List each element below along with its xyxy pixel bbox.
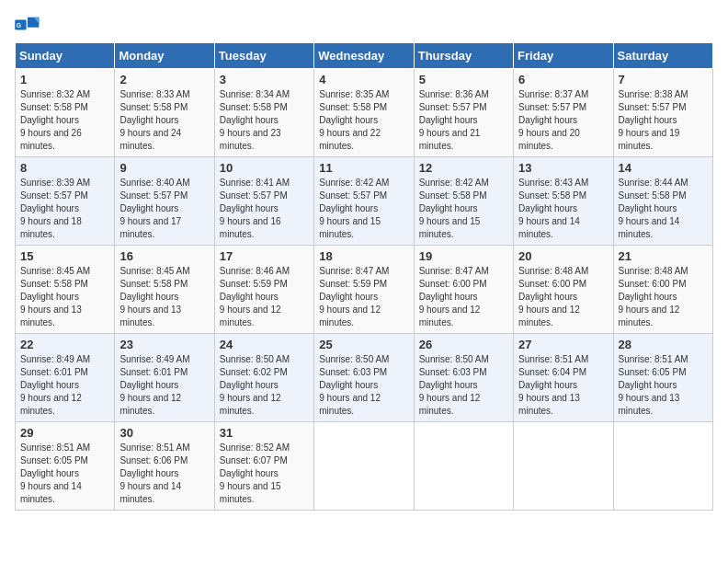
day-number: 10 (220, 161, 309, 175)
day-number: 6 (518, 73, 608, 86)
day-number: 8 (20, 161, 109, 175)
day-number: 31 (220, 426, 309, 440)
calendar-cell: 28 Sunrise: 8:51 AM Sunset: 6:05 PM Dayl… (613, 334, 712, 422)
calendar-cell: 16 Sunrise: 8:45 AM Sunset: 5:58 PM Dayl… (115, 246, 214, 334)
cell-content: Sunrise: 8:45 AM Sunset: 5:58 PM Dayligh… (119, 265, 209, 329)
cell-content: Sunrise: 8:50 AM Sunset: 6:02 PM Dayligh… (220, 353, 309, 418)
day-number: 24 (220, 338, 309, 351)
calendar-cell: 17 Sunrise: 8:46 AM Sunset: 5:59 PM Dayl… (214, 246, 313, 334)
calendar-cell: 20 Sunrise: 8:48 AM Sunset: 6:00 PM Dayl… (514, 246, 613, 334)
cell-content: Sunrise: 8:48 AM Sunset: 6:00 PM Dayligh… (619, 265, 708, 329)
cell-content: Sunrise: 8:35 AM Sunset: 5:58 PM Dayligh… (319, 88, 408, 153)
cell-content: Sunrise: 8:45 AM Sunset: 5:58 PM Dayligh… (20, 265, 109, 329)
svg-text:G: G (17, 22, 21, 29)
calendar-cell: 5 Sunrise: 8:36 AM Sunset: 5:57 PM Dayli… (414, 69, 513, 157)
day-number: 14 (619, 161, 708, 175)
cell-content: Sunrise: 8:38 AM Sunset: 5:57 PM Dayligh… (619, 88, 708, 153)
cell-content: Sunrise: 8:36 AM Sunset: 5:57 PM Dayligh… (419, 88, 508, 153)
calendar-cell: 9 Sunrise: 8:40 AM Sunset: 5:57 PM Dayli… (115, 157, 214, 246)
calendar-cell: 3 Sunrise: 8:34 AM Sunset: 5:58 PM Dayli… (214, 69, 313, 157)
day-number: 11 (319, 161, 408, 175)
cell-content: Sunrise: 8:42 AM Sunset: 5:57 PM Dayligh… (319, 177, 408, 241)
day-number: 29 (20, 426, 109, 440)
day-number: 16 (119, 249, 209, 263)
cell-content: Sunrise: 8:44 AM Sunset: 5:58 PM Dayligh… (619, 177, 708, 241)
calendar-cell: 18 Sunrise: 8:47 AM Sunset: 5:59 PM Dayl… (314, 246, 414, 334)
calendar-cell: 22 Sunrise: 8:49 AM Sunset: 6:01 PM Dayl… (16, 334, 115, 422)
week-row-3: 15 Sunrise: 8:45 AM Sunset: 5:58 PM Dayl… (16, 246, 713, 334)
calendar-cell (314, 422, 414, 511)
cell-content: Sunrise: 8:51 AM Sunset: 6:04 PM Dayligh… (518, 353, 608, 418)
calendar-cell: 25 Sunrise: 8:50 AM Sunset: 6:03 PM Dayl… (314, 334, 414, 422)
day-number: 12 (419, 161, 508, 175)
cell-content: Sunrise: 8:50 AM Sunset: 6:03 PM Dayligh… (319, 353, 408, 418)
day-number: 4 (319, 73, 408, 86)
header: G (15, 15, 713, 35)
calendar-cell: 14 Sunrise: 8:44 AM Sunset: 5:58 PM Dayl… (613, 157, 712, 246)
calendar-table: SundayMondayTuesdayWednesdayThursdayFrid… (15, 42, 713, 511)
day-header-thursday: Thursday (414, 43, 513, 69)
calendar-cell: 1 Sunrise: 8:32 AM Sunset: 5:58 PM Dayli… (16, 69, 115, 157)
cell-content: Sunrise: 8:50 AM Sunset: 6:03 PM Dayligh… (419, 353, 508, 418)
cell-content: Sunrise: 8:40 AM Sunset: 5:57 PM Dayligh… (119, 177, 209, 241)
day-number: 25 (319, 338, 408, 351)
cell-content: Sunrise: 8:42 AM Sunset: 5:58 PM Dayligh… (419, 177, 508, 241)
day-number: 17 (220, 249, 309, 263)
day-number: 30 (119, 426, 209, 440)
cell-content: Sunrise: 8:47 AM Sunset: 5:59 PM Dayligh… (319, 265, 408, 329)
cell-content: Sunrise: 8:32 AM Sunset: 5:58 PM Dayligh… (20, 88, 109, 153)
calendar-cell (414, 422, 513, 511)
logo: G (15, 15, 44, 35)
calendar-cell: 8 Sunrise: 8:39 AM Sunset: 5:57 PM Dayli… (16, 157, 115, 246)
cell-content: Sunrise: 8:47 AM Sunset: 6:00 PM Dayligh… (419, 265, 508, 329)
calendar-cell: 6 Sunrise: 8:37 AM Sunset: 5:57 PM Dayli… (514, 69, 613, 157)
day-number: 19 (419, 249, 508, 263)
calendar-cell: 7 Sunrise: 8:38 AM Sunset: 5:57 PM Dayli… (613, 69, 712, 157)
day-number: 3 (220, 73, 309, 86)
cell-content: Sunrise: 8:49 AM Sunset: 6:01 PM Dayligh… (119, 353, 209, 418)
day-number: 13 (518, 161, 608, 175)
cell-content: Sunrise: 8:41 AM Sunset: 5:57 PM Dayligh… (220, 177, 309, 241)
day-header-tuesday: Tuesday (214, 43, 313, 69)
calendar-cell: 27 Sunrise: 8:51 AM Sunset: 6:04 PM Dayl… (514, 334, 613, 422)
calendar-cell (613, 422, 712, 511)
day-number: 15 (20, 249, 109, 263)
day-number: 28 (619, 338, 708, 351)
day-number: 2 (119, 73, 209, 86)
calendar-cell: 31 Sunrise: 8:52 AM Sunset: 6:07 PM Dayl… (214, 422, 313, 511)
week-row-1: 1 Sunrise: 8:32 AM Sunset: 5:58 PM Dayli… (16, 69, 713, 157)
calendar-cell: 4 Sunrise: 8:35 AM Sunset: 5:58 PM Dayli… (314, 69, 414, 157)
week-row-2: 8 Sunrise: 8:39 AM Sunset: 5:57 PM Dayli… (16, 157, 713, 246)
day-header-sunday: Sunday (16, 43, 115, 69)
logo-icon: G (15, 15, 40, 35)
day-number: 7 (619, 73, 708, 86)
cell-content: Sunrise: 8:46 AM Sunset: 5:59 PM Dayligh… (220, 265, 309, 329)
day-header-wednesday: Wednesday (314, 43, 414, 69)
calendar-cell: 13 Sunrise: 8:43 AM Sunset: 5:58 PM Dayl… (514, 157, 613, 246)
week-row-5: 29 Sunrise: 8:51 AM Sunset: 6:05 PM Dayl… (16, 422, 713, 511)
day-number: 22 (20, 338, 109, 351)
calendar-cell: 12 Sunrise: 8:42 AM Sunset: 5:58 PM Dayl… (414, 157, 513, 246)
cell-content: Sunrise: 8:37 AM Sunset: 5:57 PM Dayligh… (518, 88, 608, 153)
cell-content: Sunrise: 8:48 AM Sunset: 6:00 PM Dayligh… (518, 265, 608, 329)
cell-content: Sunrise: 8:51 AM Sunset: 6:05 PM Dayligh… (619, 353, 708, 418)
cell-content: Sunrise: 8:39 AM Sunset: 5:57 PM Dayligh… (20, 177, 109, 241)
cell-content: Sunrise: 8:49 AM Sunset: 6:01 PM Dayligh… (20, 353, 109, 418)
day-number: 1 (20, 73, 109, 86)
day-number: 5 (419, 73, 508, 86)
day-number: 27 (518, 338, 608, 351)
week-row-4: 22 Sunrise: 8:49 AM Sunset: 6:01 PM Dayl… (16, 334, 713, 422)
calendar-cell: 15 Sunrise: 8:45 AM Sunset: 5:58 PM Dayl… (16, 246, 115, 334)
cell-content: Sunrise: 8:51 AM Sunset: 6:05 PM Dayligh… (20, 442, 109, 506)
day-number: 21 (619, 249, 708, 263)
calendar-cell: 21 Sunrise: 8:48 AM Sunset: 6:00 PM Dayl… (613, 246, 712, 334)
day-headers-row: SundayMondayTuesdayWednesdayThursdayFrid… (16, 43, 713, 69)
cell-content: Sunrise: 8:52 AM Sunset: 6:07 PM Dayligh… (220, 442, 309, 506)
calendar-cell: 2 Sunrise: 8:33 AM Sunset: 5:58 PM Dayli… (115, 69, 214, 157)
cell-content: Sunrise: 8:33 AM Sunset: 5:58 PM Dayligh… (119, 88, 209, 153)
day-number: 26 (419, 338, 508, 351)
calendar-cell: 19 Sunrise: 8:47 AM Sunset: 6:00 PM Dayl… (414, 246, 513, 334)
day-header-saturday: Saturday (613, 43, 712, 69)
day-header-friday: Friday (514, 43, 613, 69)
day-number: 18 (319, 249, 408, 263)
